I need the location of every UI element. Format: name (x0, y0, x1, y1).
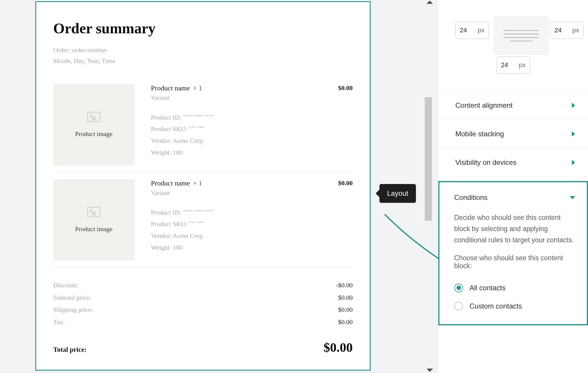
spacing-right-input[interactable]: 24 px (550, 22, 584, 39)
conditions-option-all[interactable]: All contacts (454, 279, 575, 297)
editor-canvas: Order summary Order: order-number Month,… (0, 0, 432, 373)
totals-tax-value: $0.00 (338, 316, 353, 328)
totals-shipping-label: Shipping price: (53, 304, 93, 316)
scroll-up-icon[interactable] (427, 1, 433, 4)
order-totals: Discount: $0.00 Subtotal price: $0.00 Sh… (53, 267, 353, 355)
product-name: Product name (151, 84, 190, 92)
product-image-caption: Product image (75, 225, 113, 233)
order-summary-block[interactable]: Order summary Order: order-number Month,… (35, 1, 371, 371)
product-row: Product imageProduct name× 1VariantProdu… (53, 172, 353, 267)
product-image-caption: Product image (75, 130, 113, 138)
totals-grand-row: Total price: $0.00 (53, 340, 353, 355)
spacing-bottom-value: 24 (501, 61, 508, 69)
chevron-right-icon (572, 131, 575, 137)
product-image-placeholder: Product image (53, 84, 134, 165)
product-weight-line: Weight: 100 (151, 147, 332, 158)
totals-subtotal-label: Subtotal price: (53, 291, 91, 304)
product-sku-line: Product SKU: *** *** (151, 123, 332, 135)
conditions-header[interactable]: Conditions (454, 189, 575, 212)
product-vendor-line: Vendor: Acme Corp. (151, 135, 332, 147)
conditions-panel: Conditions Decide who should see this co… (438, 181, 588, 325)
product-variant: Variant (151, 189, 332, 197)
spacing-bottom-input[interactable]: 24 px (497, 57, 530, 74)
product-info: Product name× 1VariantProduct ID: **** *… (151, 84, 332, 165)
product-sku-line: Product SKU: *** *** (151, 218, 332, 230)
product-qty: × 1 (193, 179, 202, 187)
product-image-placeholder: Product image (53, 179, 134, 261)
product-vendor-line: Vendor: Acme Corp. (151, 230, 332, 242)
scrollbar-thumb[interactable] (425, 97, 432, 221)
spacing-right-value: 24 (554, 26, 562, 34)
product-row: Product imageProduct name× 1VariantProdu… (53, 77, 353, 172)
product-variant: Variant (151, 94, 332, 102)
product-id-line: Product ID: **** **** **** (151, 207, 332, 218)
mobile-stacking-row[interactable]: Mobile stacking (438, 120, 588, 148)
properties-sidebar: 24 px 24 px 24 px Content alignment Mobi… (438, 0, 588, 373)
order-number-line: Order: order-number (53, 44, 353, 55)
product-info: Product name× 1VariantProduct ID: **** *… (151, 179, 332, 261)
radio-checked-icon (454, 284, 463, 292)
chevron-right-icon (572, 103, 575, 108)
conditions-option-custom-label: Custom contacts (469, 302, 522, 310)
visibility-on-devices-label: Visibility on devices (455, 158, 517, 167)
conditions-option-custom[interactable]: Custom contacts (454, 297, 575, 315)
product-price: $0.00 (338, 179, 353, 261)
order-date-line: Month, Day, Year, Time (53, 55, 353, 66)
product-id-line: Product ID: **** **** **** (151, 112, 332, 123)
totals-grand-value: $0.00 (324, 340, 353, 355)
totals-discount-row: Discount: $0.00 (53, 279, 353, 291)
product-price: $0.00 (338, 84, 353, 165)
radio-unchecked-icon (454, 302, 463, 311)
totals-discount-value: $0.00 (336, 279, 353, 291)
visibility-on-devices-row[interactable]: Visibility on devices (438, 148, 588, 177)
image-placeholder-icon (87, 112, 100, 122)
spacing-unit: px (519, 61, 526, 69)
layout-tooltip: Layout (379, 184, 416, 203)
conditions-description: Decide who should see this content block… (454, 212, 575, 246)
spacing-unit: px (572, 26, 579, 34)
spacing-left-value: 24 (460, 26, 467, 34)
spacing-unit: px (478, 26, 484, 34)
chevron-down-icon (570, 196, 575, 199)
conditions-subhead: Choose who should see this content block… (454, 254, 575, 270)
conditions-title: Conditions (454, 193, 487, 202)
totals-tax-label: Tax: (53, 316, 65, 328)
product-weight-line: Weight: 100 (151, 242, 332, 253)
totals-discount-label: Discount: (53, 279, 79, 291)
mobile-stacking-label: Mobile stacking (455, 130, 504, 138)
spacing-controls: 24 px 24 px 24 px (438, 0, 588, 91)
order-meta: Order: order-number Month, Day, Year, Ti… (53, 44, 353, 67)
product-qty: × 1 (193, 84, 202, 92)
image-placeholder-icon (87, 207, 100, 217)
order-summary-title: Order summary (53, 20, 353, 37)
chevron-right-icon (572, 160, 575, 165)
scroll-down-icon[interactable] (427, 369, 433, 372)
totals-grand-label: Total price: (53, 346, 87, 354)
content-alignment-label: Content alignment (455, 101, 513, 110)
totals-shipping-row: Shipping price: $0.00 (53, 304, 353, 316)
spacing-left-input[interactable]: 24 px (455, 22, 489, 39)
totals-subtotal-row: Subtotal price: $0.00 (53, 291, 353, 304)
totals-shipping-value: $0.00 (338, 304, 353, 316)
totals-subtotal-value: $0.00 (338, 291, 353, 304)
conditions-option-all-label: All contacts (469, 284, 506, 292)
totals-tax-row: Tax: $0.00 (53, 316, 353, 328)
content-alignment-row[interactable]: Content alignment (438, 91, 588, 120)
content-preview-icon (494, 16, 549, 55)
product-name: Product name (151, 179, 190, 187)
